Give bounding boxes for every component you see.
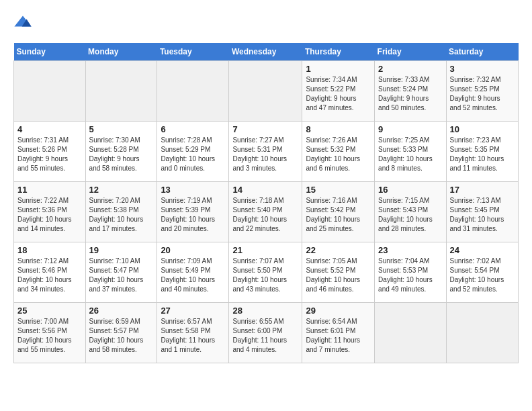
day-number: 12 — [89, 185, 154, 195]
day-number: 28 — [232, 306, 298, 316]
calendar-cell: 10Sunrise: 7:23 AM Sunset: 5:35 PM Dayli… — [446, 122, 518, 182]
calendar-cell: 20Sunrise: 7:09 AM Sunset: 5:49 PM Dayli… — [157, 242, 229, 303]
day-number: 14 — [232, 185, 298, 195]
day-number: 5 — [89, 124, 154, 134]
calendar-cell — [85, 61, 157, 122]
calendar-cell: 9Sunrise: 7:25 AM Sunset: 5:33 PM Daylig… — [375, 122, 446, 182]
day-info: Sunrise: 7:25 AM Sunset: 5:33 PM Dayligh… — [378, 136, 442, 173]
day-info: Sunrise: 7:13 AM Sunset: 5:45 PM Dayligh… — [450, 196, 515, 234]
calendar-cell — [446, 303, 518, 363]
day-number: 29 — [306, 306, 371, 316]
day-info: Sunrise: 7:19 AM Sunset: 5:39 PM Dayligh… — [161, 196, 225, 234]
day-info: Sunrise: 7:15 AM Sunset: 5:43 PM Dayligh… — [378, 196, 442, 234]
day-info: Sunrise: 7:02 AM Sunset: 5:54 PM Dayligh… — [450, 257, 515, 294]
calendar-cell: 2Sunrise: 7:33 AM Sunset: 5:24 PM Daylig… — [375, 61, 446, 122]
calendar-week-1: 1Sunrise: 7:34 AM Sunset: 5:22 PM Daylig… — [14, 61, 519, 122]
day-number: 25 — [17, 306, 82, 316]
calendar-cell: 19Sunrise: 7:10 AM Sunset: 5:47 PM Dayli… — [85, 242, 157, 303]
day-number: 1 — [306, 64, 371, 74]
calendar-cell: 15Sunrise: 7:16 AM Sunset: 5:42 PM Dayli… — [302, 182, 375, 242]
calendar-cell: 28Sunrise: 6:55 AM Sunset: 6:00 PM Dayli… — [229, 303, 302, 363]
day-info: Sunrise: 7:20 AM Sunset: 5:38 PM Dayligh… — [89, 196, 154, 234]
day-info: Sunrise: 6:59 AM Sunset: 5:57 PM Dayligh… — [89, 317, 154, 355]
calendar-table: SundayMondayTuesdayWednesdayThursdayFrid… — [13, 43, 519, 363]
day-info: Sunrise: 7:28 AM Sunset: 5:29 PM Dayligh… — [161, 136, 225, 173]
day-number: 4 — [17, 124, 82, 134]
day-number: 20 — [161, 245, 225, 255]
calendar-cell: 7Sunrise: 7:27 AM Sunset: 5:31 PM Daylig… — [229, 122, 302, 182]
calendar-cell: 5Sunrise: 7:30 AM Sunset: 5:28 PM Daylig… — [85, 122, 157, 182]
day-number: 2 — [378, 64, 442, 74]
day-info: Sunrise: 6:55 AM Sunset: 6:00 PM Dayligh… — [232, 317, 298, 355]
calendar-cell — [14, 61, 86, 122]
calendar-cell: 21Sunrise: 7:07 AM Sunset: 5:50 PM Dayli… — [229, 242, 302, 303]
calendar-cell: 13Sunrise: 7:19 AM Sunset: 5:39 PM Dayli… — [157, 182, 229, 242]
day-number: 19 — [89, 245, 154, 255]
day-info: Sunrise: 7:09 AM Sunset: 5:49 PM Dayligh… — [161, 257, 225, 294]
day-number: 11 — [17, 185, 82, 195]
day-info: Sunrise: 6:54 AM Sunset: 6:01 PM Dayligh… — [306, 317, 371, 355]
day-number: 15 — [306, 185, 371, 195]
day-info: Sunrise: 7:31 AM Sunset: 5:26 PM Dayligh… — [17, 136, 82, 173]
day-number: 18 — [17, 245, 82, 255]
day-number: 22 — [306, 245, 371, 255]
calendar-week-2: 4Sunrise: 7:31 AM Sunset: 5:26 PM Daylig… — [14, 122, 519, 182]
day-info: Sunrise: 7:32 AM Sunset: 5:25 PM Dayligh… — [450, 75, 515, 113]
calendar-cell: 3Sunrise: 7:32 AM Sunset: 5:25 PM Daylig… — [446, 61, 518, 122]
day-info: Sunrise: 7:33 AM Sunset: 5:24 PM Dayligh… — [378, 75, 442, 113]
day-info: Sunrise: 7:22 AM Sunset: 5:36 PM Dayligh… — [17, 196, 82, 234]
day-info: Sunrise: 7:04 AM Sunset: 5:53 PM Dayligh… — [378, 257, 442, 294]
day-info: Sunrise: 7:07 AM Sunset: 5:50 PM Dayligh… — [232, 257, 298, 294]
calendar-cell: 16Sunrise: 7:15 AM Sunset: 5:43 PM Dayli… — [375, 182, 446, 242]
calendar-cell: 6Sunrise: 7:28 AM Sunset: 5:29 PM Daylig… — [157, 122, 229, 182]
header-friday: Friday — [375, 43, 446, 61]
calendar-week-3: 11Sunrise: 7:22 AM Sunset: 5:36 PM Dayli… — [14, 182, 519, 242]
day-info: Sunrise: 7:30 AM Sunset: 5:28 PM Dayligh… — [89, 136, 154, 173]
day-number: 23 — [378, 245, 442, 255]
calendar-cell: 14Sunrise: 7:18 AM Sunset: 5:40 PM Dayli… — [229, 182, 302, 242]
day-number: 9 — [378, 124, 442, 134]
day-info: Sunrise: 7:23 AM Sunset: 5:35 PM Dayligh… — [450, 136, 515, 173]
calendar-cell: 29Sunrise: 6:54 AM Sunset: 6:01 PM Dayli… — [302, 303, 375, 363]
calendar-header-row: SundayMondayTuesdayWednesdayThursdayFrid… — [14, 43, 519, 61]
day-info: Sunrise: 7:00 AM Sunset: 5:56 PM Dayligh… — [17, 317, 82, 355]
header-monday: Monday — [85, 43, 157, 61]
header-thursday: Thursday — [302, 43, 375, 61]
day-info: Sunrise: 7:10 AM Sunset: 5:47 PM Dayligh… — [89, 257, 154, 294]
day-info: Sunrise: 7:05 AM Sunset: 5:52 PM Dayligh… — [306, 257, 371, 294]
calendar-cell: 4Sunrise: 7:31 AM Sunset: 5:26 PM Daylig… — [14, 122, 86, 182]
day-number: 7 — [232, 124, 298, 134]
day-number: 8 — [306, 124, 371, 134]
header-saturday: Saturday — [446, 43, 518, 61]
calendar-cell: 12Sunrise: 7:20 AM Sunset: 5:38 PM Dayli… — [85, 182, 157, 242]
calendar-week-4: 18Sunrise: 7:12 AM Sunset: 5:46 PM Dayli… — [14, 242, 519, 303]
day-number: 21 — [232, 245, 298, 255]
day-info: Sunrise: 7:16 AM Sunset: 5:42 PM Dayligh… — [306, 196, 371, 234]
calendar-cell — [157, 61, 229, 122]
header-wednesday: Wednesday — [229, 43, 302, 61]
logo-icon — [13, 13, 32, 32]
logo — [13, 13, 35, 32]
header-sunday: Sunday — [14, 43, 86, 61]
calendar-cell: 22Sunrise: 7:05 AM Sunset: 5:52 PM Dayli… — [302, 242, 375, 303]
day-number: 26 — [89, 306, 154, 316]
calendar-cell: 18Sunrise: 7:12 AM Sunset: 5:46 PM Dayli… — [14, 242, 86, 303]
page-header — [13, 13, 519, 32]
day-info: Sunrise: 7:26 AM Sunset: 5:32 PM Dayligh… — [306, 136, 371, 173]
header-tuesday: Tuesday — [157, 43, 229, 61]
day-info: Sunrise: 6:57 AM Sunset: 5:58 PM Dayligh… — [161, 317, 225, 355]
calendar-cell — [229, 61, 302, 122]
day-number: 3 — [450, 64, 515, 74]
calendar-cell: 26Sunrise: 6:59 AM Sunset: 5:57 PM Dayli… — [85, 303, 157, 363]
day-number: 6 — [161, 124, 225, 134]
day-number: 13 — [161, 185, 225, 195]
day-number: 27 — [161, 306, 225, 316]
calendar-week-5: 25Sunrise: 7:00 AM Sunset: 5:56 PM Dayli… — [14, 303, 519, 363]
calendar-cell: 17Sunrise: 7:13 AM Sunset: 5:45 PM Dayli… — [446, 182, 518, 242]
calendar-cell: 8Sunrise: 7:26 AM Sunset: 5:32 PM Daylig… — [302, 122, 375, 182]
day-info: Sunrise: 7:18 AM Sunset: 5:40 PM Dayligh… — [232, 196, 298, 234]
day-number: 10 — [450, 124, 515, 134]
calendar-cell: 1Sunrise: 7:34 AM Sunset: 5:22 PM Daylig… — [302, 61, 375, 122]
day-number: 24 — [450, 245, 515, 255]
day-info: Sunrise: 7:34 AM Sunset: 5:22 PM Dayligh… — [306, 75, 371, 113]
